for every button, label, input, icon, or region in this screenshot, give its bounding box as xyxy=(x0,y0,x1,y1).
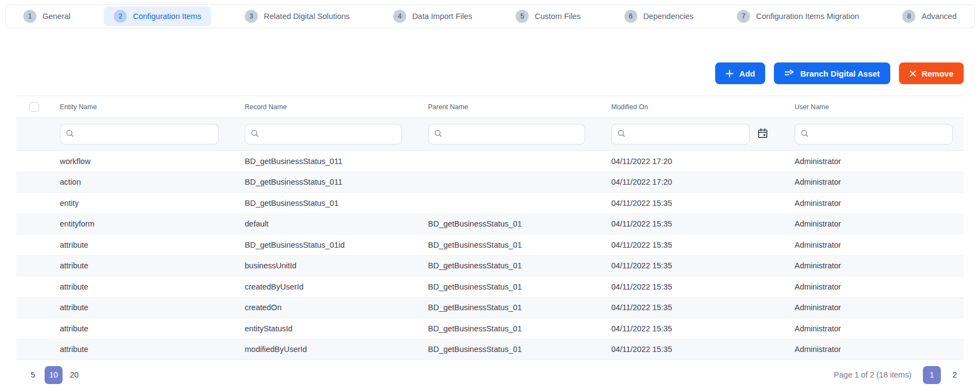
branch-arrow-icon xyxy=(784,70,795,77)
select-all-checkbox[interactable] xyxy=(29,102,39,112)
column-filter-box xyxy=(611,124,750,144)
column-filter-box xyxy=(795,124,953,144)
step-number-badge: 4 xyxy=(393,10,406,23)
step-tab-label: Dependencies xyxy=(643,12,694,21)
table-row[interactable]: action BD_getBusinessStatus_011 04/11/20… xyxy=(16,172,964,193)
search-icon xyxy=(801,129,809,140)
cell-user-name: Administrator xyxy=(795,241,964,249)
step-tab[interactable]: 8 Advanced xyxy=(892,7,966,26)
page-size-selector: 5 10 20 xyxy=(24,366,83,384)
pagination-bar: 5 10 20 Page 1 of 2 (18 items) 1 2 xyxy=(0,360,980,389)
grid-filter-row xyxy=(16,117,964,151)
cell-modified-on: 04/11/2022 15:35 xyxy=(611,241,795,249)
cell-record-name: BD_getBusinessStatus_01id xyxy=(245,241,428,249)
plus-icon xyxy=(725,70,734,78)
cell-parent-name: BD_getBusinessStatus_01 xyxy=(428,324,611,333)
step-number-badge: 6 xyxy=(624,10,637,23)
step-number-badge: 1 xyxy=(23,10,36,23)
page-size-option[interactable]: 10 xyxy=(45,366,63,384)
step-tab-label: Configuration Items Migration xyxy=(756,12,859,21)
search-icon xyxy=(251,129,259,140)
add-button[interactable]: Add xyxy=(715,62,765,84)
column-filter-input[interactable] xyxy=(263,130,396,139)
cell-entity-name: action xyxy=(60,178,245,186)
column-filter-input[interactable] xyxy=(630,130,744,139)
grid-body: workflow BD_getBusinessStatus_011 04/11/… xyxy=(16,151,964,360)
close-icon xyxy=(909,70,916,77)
date-picker-button[interactable] xyxy=(757,128,768,141)
grid-header-row: Entity Name Record Name Parent Name Modi… xyxy=(16,96,964,117)
column-header[interactable]: User Name xyxy=(795,103,964,111)
cell-modified-on: 04/11/2022 15:35 xyxy=(611,199,795,207)
step-tab[interactable]: 4 Data Import Files xyxy=(383,7,482,26)
step-number-badge: 2 xyxy=(114,10,127,23)
search-icon xyxy=(617,129,625,140)
grid-toolbar: Add Branch Digital Asset Remove xyxy=(0,62,980,85)
page-navigator: Page 1 of 2 (18 items) 1 2 xyxy=(834,366,964,384)
column-filter-cell xyxy=(60,124,245,144)
column-filter-input[interactable] xyxy=(813,130,947,139)
branch-digital-asset-button[interactable]: Branch Digital Asset xyxy=(774,62,890,84)
step-tab[interactable]: 6 Dependencies xyxy=(615,7,704,26)
cell-parent-name: BD_getBusinessStatus_01 xyxy=(428,282,611,291)
table-row[interactable]: attribute modifiedByUserId BD_getBusines… xyxy=(16,339,964,361)
table-row[interactable]: workflow BD_getBusinessStatus_011 04/11/… xyxy=(16,151,964,172)
cell-user-name: Administrator xyxy=(795,157,964,166)
cell-modified-on: 04/11/2022 15:35 xyxy=(611,345,795,354)
column-filter-input[interactable] xyxy=(446,130,579,139)
step-tabbar: 1 General 2 Configuration Items 3 Relate… xyxy=(5,4,975,28)
step-tab[interactable]: 1 General xyxy=(14,7,80,26)
column-filter-box xyxy=(60,124,219,144)
cell-parent-name: BD_getBusinessStatus_01 xyxy=(428,219,611,228)
cell-user-name: Administrator xyxy=(795,303,964,312)
table-row[interactable]: attribute businessUnitId BD_getBusinessS… xyxy=(16,256,964,277)
step-tab[interactable]: 2 Configuration Items xyxy=(104,7,211,26)
calendar-icon xyxy=(757,128,768,141)
page-number-button[interactable]: 2 xyxy=(946,366,964,384)
cell-parent-name: BD_getBusinessStatus_01 xyxy=(428,345,611,354)
step-tab[interactable]: 7 Configuration Items Migration xyxy=(727,7,869,26)
column-filter-cell xyxy=(795,124,964,144)
cell-user-name: Administrator xyxy=(795,282,964,291)
cell-parent-name: BD_getBusinessStatus_01 xyxy=(428,261,611,270)
column-header[interactable]: Parent Name xyxy=(428,103,611,111)
cell-user-name: Administrator xyxy=(795,345,964,354)
step-tab-label: General xyxy=(42,12,71,21)
cell-parent-name: BD_getBusinessStatus_01 xyxy=(428,241,611,249)
cell-entity-name: workflow xyxy=(60,157,245,166)
cell-modified-on: 04/11/2022 15:35 xyxy=(611,324,795,333)
table-row[interactable]: entity BD_getBusinessStatus_01 04/11/202… xyxy=(16,193,964,214)
cell-entity-name: attribute xyxy=(60,241,245,249)
remove-button[interactable]: Remove xyxy=(899,62,964,84)
page-number-button[interactable]: 1 xyxy=(923,366,941,384)
cell-entity-name: attribute xyxy=(60,261,245,270)
table-row[interactable]: attribute createdByUserId BD_getBusiness… xyxy=(16,276,964,298)
column-header[interactable]: Record Name xyxy=(245,103,428,111)
cell-record-name: createdByUserId xyxy=(245,282,428,291)
search-icon xyxy=(434,129,442,140)
table-row[interactable]: attribute createdOn BD_getBusinessStatus… xyxy=(16,298,964,319)
column-filter-cell xyxy=(245,124,428,144)
step-tab-label: Custom Files xyxy=(535,12,581,21)
step-tab-label: Related Digital Solutions xyxy=(264,12,350,21)
column-filter-cell xyxy=(611,124,795,144)
step-tab[interactable]: 5 Custom Files xyxy=(506,7,591,26)
cell-entity-name: entity xyxy=(60,199,245,207)
cell-parent-name: BD_getBusinessStatus_01 xyxy=(428,303,611,312)
step-tab[interactable]: 3 Related Digital Solutions xyxy=(235,7,359,26)
table-row[interactable]: attribute entityStatusId BD_getBusinessS… xyxy=(16,318,964,339)
cell-modified-on: 04/11/2022 17:20 xyxy=(611,157,795,166)
cell-user-name: Administrator xyxy=(795,261,964,270)
step-number-badge: 5 xyxy=(516,10,529,23)
column-header[interactable]: Entity Name xyxy=(60,103,245,111)
search-icon xyxy=(66,129,74,140)
column-filter-input[interactable] xyxy=(78,130,213,139)
cell-record-name: BD_getBusinessStatus_011 xyxy=(245,157,428,166)
table-row[interactable]: entityform default BD_getBusinessStatus_… xyxy=(16,214,964,235)
cell-modified-on: 04/11/2022 15:35 xyxy=(611,282,795,291)
page-size-option[interactable]: 20 xyxy=(65,366,83,384)
cell-user-name: Administrator xyxy=(795,324,964,333)
table-row[interactable]: attribute BD_getBusinessStatus_01id BD_g… xyxy=(16,235,964,256)
page-size-option[interactable]: 5 xyxy=(24,366,42,384)
column-header[interactable]: Modified On xyxy=(611,103,795,111)
